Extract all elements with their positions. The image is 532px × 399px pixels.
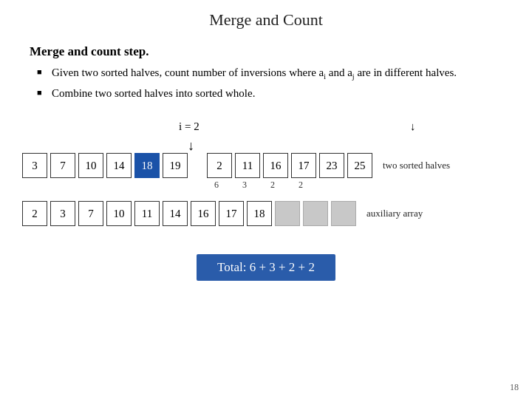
right-cell-1: 11 (235, 153, 260, 178)
aux-cell-6: 16 (191, 201, 216, 226)
aux-cell-empty-0 (275, 201, 300, 226)
left-cell-1: 7 (50, 153, 75, 178)
section-title: Merge and count step. (30, 44, 502, 59)
aux-cell-8: 18 (247, 201, 272, 226)
count-0: 6 (204, 180, 229, 191)
aux-cell-2: 7 (78, 201, 103, 226)
counts-row: 6 3 2 2 (22, 180, 510, 191)
count-1: 3 (232, 180, 257, 191)
bullet-item-2: ■ Combine two sorted halves into sorted … (37, 86, 502, 102)
aux-cell-empty-1 (303, 201, 328, 226)
aux-cell-7: 17 (219, 201, 244, 226)
left-down-arrow: ↓ (188, 138, 194, 154)
left-cell-3: 14 (106, 153, 132, 178)
bullet-text-2: Combine two sorted halves into sorted wh… (52, 86, 255, 102)
page-title: Merge and Count (0, 0, 532, 37)
i-label-row: i = 2 ↓ (22, 117, 510, 138)
page-number: 18 (510, 382, 519, 393)
main-arrays-row: 3 7 10 14 18 19 2 11 16 17 23 25 two sor… (22, 153, 510, 178)
total-row: Total: 6 + 3 + 2 + 2 (22, 238, 510, 281)
aux-cell-1: 3 (50, 201, 75, 226)
bullet-list: ■ Given two sorted halves, count number … (30, 65, 502, 101)
aux-cell-empty-2 (331, 201, 356, 226)
left-cell-2: 10 (78, 153, 103, 178)
right-cell-5: 25 (347, 153, 372, 178)
arrows-line: ↓ (22, 138, 510, 153)
aux-array-row: 2 3 7 10 11 14 16 17 18 auxiliary array (22, 201, 510, 226)
total-box: Total: 6 + 3 + 2 + 2 (197, 254, 335, 281)
right-arrow-label: ↓ (410, 120, 416, 133)
aux-cell-3: 10 (106, 201, 132, 226)
bullet-icon-2: ■ (37, 87, 47, 99)
aux-cell-5: 14 (163, 201, 188, 226)
right-cell-2: 16 (263, 153, 288, 178)
bullet-icon-1: ■ (37, 66, 47, 78)
right-cell-0: 2 (207, 153, 232, 178)
aux-label: auxiliary array (366, 208, 423, 219)
right-cell-3: 17 (291, 153, 316, 178)
count-2: 2 (260, 180, 285, 191)
diagram-area: i = 2 ↓ ↓ 3 7 10 14 18 19 2 11 16 17 23 … (0, 117, 532, 281)
left-cell-5: 19 (163, 153, 188, 178)
bullet-text-1: Given two sorted halves, count number of… (52, 65, 457, 83)
aux-cell-0: 2 (22, 201, 47, 226)
left-cell-0: 3 (22, 153, 47, 178)
i-label: i = 2 (179, 120, 200, 133)
right-cell-4: 23 (319, 153, 344, 178)
content-area: Merge and count step. ■ Given two sorted… (0, 37, 532, 101)
left-cell-4-highlighted: 18 (134, 153, 160, 178)
two-sorted-label: two sorted halves (383, 160, 450, 171)
aux-cell-4: 11 (134, 201, 160, 226)
bullet-item-1: ■ Given two sorted halves, count number … (37, 65, 502, 83)
count-3: 2 (288, 180, 313, 191)
